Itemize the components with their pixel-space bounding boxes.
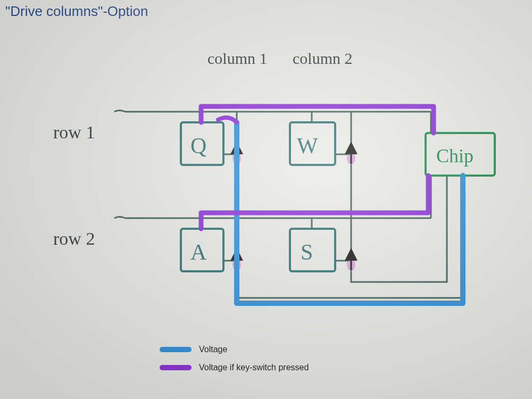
matrix-diagram: column 1 column 2 row 1 row 2 Q W A S	[0, 0, 532, 399]
legend-label-voltage: Voltage	[199, 345, 227, 354]
key-s: S	[290, 218, 351, 271]
chip: Chip	[426, 133, 495, 176]
diode-s	[347, 254, 355, 271]
svg-text:A: A	[190, 240, 207, 264]
column-2-wire	[351, 112, 447, 282]
legend-label-voltage-pressed: Voltage if key-switch pressed	[199, 363, 309, 372]
column-2-label: column 2	[293, 49, 353, 67]
row-1-label: row 1	[53, 122, 95, 142]
svg-text:Q: Q	[190, 134, 206, 158]
svg-text:S: S	[301, 240, 313, 264]
svg-text:W: W	[297, 134, 318, 158]
legend-swatch-voltage-pressed	[160, 365, 192, 370]
key-w: W	[290, 112, 351, 165]
svg-text:Chip: Chip	[436, 145, 473, 167]
row-2-label: row 2	[53, 229, 95, 248]
diode-w	[347, 148, 355, 164]
key-a: A	[181, 218, 237, 271]
legend: Voltage Voltage if key-switch pressed	[160, 340, 309, 377]
column-1-label: column 1	[207, 49, 268, 67]
legend-swatch-voltage	[160, 347, 192, 352]
